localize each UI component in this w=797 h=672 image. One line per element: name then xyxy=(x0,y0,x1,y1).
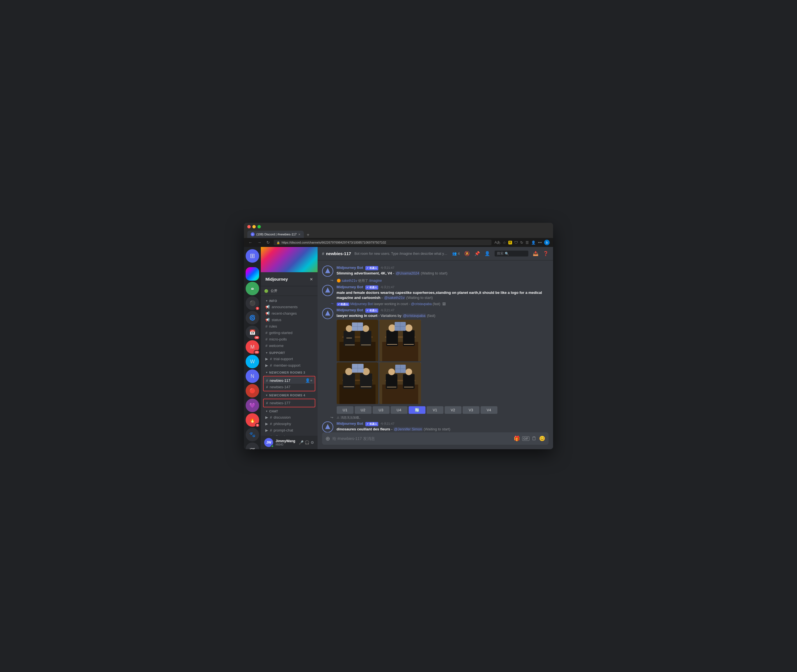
msg-badge-2: ✓ 机器人 xyxy=(365,285,378,290)
channel-rules[interactable]: # rules xyxy=(263,323,315,330)
channel-philosophy[interactable]: ▶ # philosophy xyxy=(263,421,315,427)
section-header-support[interactable]: ▼ SUPPORT xyxy=(261,350,317,356)
discord-home-button[interactable]: ⊞ xyxy=(246,249,259,263)
new-tab-button[interactable]: + xyxy=(305,232,311,237)
v1-button[interactable]: V1 xyxy=(427,406,443,414)
server-icon-ios[interactable]: iOS xyxy=(246,442,259,449)
settings-button[interactable]: ⚙ xyxy=(310,440,314,445)
v2-button[interactable]: V2 xyxy=(445,406,461,414)
server-icon-11[interactable]: 🔥 5 xyxy=(246,413,259,427)
refresh-button[interactable]: ↻ xyxy=(265,240,271,245)
channel-member-support[interactable]: ▶ # member-support xyxy=(263,362,315,369)
server-icon-8[interactable]: N xyxy=(246,370,259,383)
system-cmd-1[interactable]: /imagine xyxy=(369,279,382,283)
gift-icon[interactable]: 🎁 xyxy=(514,435,520,442)
server-icon-10[interactable]: 💜 xyxy=(246,398,259,412)
system-user-1[interactable]: saketh21v xyxy=(342,279,357,283)
add-member-header-icon[interactable]: 👤 xyxy=(485,251,490,256)
shield-icon[interactable]: 🛡 xyxy=(514,240,518,245)
msg-badge-3: ✓ 机器人 xyxy=(365,309,378,313)
add-content-button[interactable]: ⊕ xyxy=(325,432,330,445)
star-icon[interactable]: ☆ xyxy=(503,240,506,245)
server-icon-3[interactable]: ⚫ 1 xyxy=(246,296,259,310)
hash-icon-prompt: # xyxy=(270,428,272,432)
section-header-newcomer-3[interactable]: ▼ NEWCOMER ROOMS 3 xyxy=(261,370,317,375)
bot-avatar-1 xyxy=(322,266,333,277)
section-header-chat[interactable]: ▼ CHAT xyxy=(261,408,317,414)
channel-announcements[interactable]: 📢 announcements xyxy=(263,304,315,310)
channel-prompt-chat[interactable]: ▶ # prompt-chat xyxy=(263,427,315,434)
u2-button[interactable]: U2 xyxy=(355,406,371,414)
v4-button[interactable]: V4 xyxy=(480,406,498,414)
translate-icon[interactable]: Aあ xyxy=(495,240,501,245)
r-icon[interactable]: R xyxy=(508,241,512,245)
channel-description: Bot room for new users. Type /imagine th… xyxy=(354,252,449,256)
pin-icon[interactable]: 📌 xyxy=(474,251,480,256)
more-icon[interactable]: ••• xyxy=(538,240,542,245)
server-icon-9[interactable]: 🔴 xyxy=(246,384,259,398)
help-icon[interactable]: ❓ xyxy=(543,251,549,256)
server-sidebar: ⊞ 🏔 ⚫ 1 🌀 📅 58 M 21 xyxy=(244,247,261,449)
svg-point-46 xyxy=(405,368,412,375)
channel-micro-polls[interactable]: # micro-polls xyxy=(263,336,315,342)
v3-button[interactable]: V3 xyxy=(463,406,479,414)
mute-button[interactable]: 🎤 xyxy=(299,440,304,445)
inbox-icon[interactable]: 📥 xyxy=(533,251,538,256)
tab-close-button[interactable]: ✕ xyxy=(298,233,301,236)
sync-icon[interactable]: ↻ xyxy=(520,240,523,245)
grid-image-4 xyxy=(379,362,421,404)
channel-discussion[interactable]: ▶ # discussion xyxy=(263,414,315,421)
traffic-lights xyxy=(247,225,550,229)
sticker-icon[interactable]: 🗒 xyxy=(532,436,537,442)
channel-off-topic[interactable]: ▶ # off-topic xyxy=(263,434,315,436)
channel-newbies-147[interactable]: # newbies-147 xyxy=(264,384,314,390)
message-group-1: Midjourney Bot ✓ 机器人 今天21:47 Slimming ad… xyxy=(318,265,553,277)
back-button[interactable]: ← xyxy=(247,240,253,245)
add-member-icon[interactable]: 👤+ xyxy=(305,378,312,382)
reroll-button[interactable]: 🔄 xyxy=(409,406,426,414)
channel-name-discussion: discussion xyxy=(274,415,313,419)
u3-button[interactable]: U3 xyxy=(373,406,389,414)
channel-name-rules: rules xyxy=(269,324,313,328)
mute-channel-icon[interactable]: 🔕 xyxy=(464,251,470,256)
section-header-info[interactable]: ▼ INFO xyxy=(261,298,317,304)
server-icon-2[interactable]: 🏔 xyxy=(246,282,259,295)
extension-icon[interactable]: b xyxy=(544,240,550,245)
maximize-button[interactable] xyxy=(258,225,261,229)
close-button[interactable] xyxy=(247,225,251,229)
channel-newbies-177[interactable]: # newbies-177 xyxy=(264,400,314,406)
ref-mention[interactable]: @cristavpaba xyxy=(411,302,432,306)
forward-button[interactable]: → xyxy=(256,240,262,245)
section-header-newcomer-4[interactable]: ▼ NEWCOMER ROOMS 4 xyxy=(261,392,317,398)
server-badge-3: 1 xyxy=(255,306,260,310)
gif-icon[interactable]: GIF xyxy=(522,436,530,441)
ref-user[interactable]: Midjourney Bot xyxy=(350,302,373,306)
server-icon-midjourney[interactable] xyxy=(246,267,259,281)
channel-welcome[interactable]: # welcome xyxy=(263,342,315,349)
u4-button[interactable]: U4 xyxy=(390,406,408,414)
minimize-button[interactable] xyxy=(252,225,256,229)
message-input[interactable] xyxy=(333,433,512,444)
active-tab[interactable]: D (108) Discord | #newbies-117 ✕ xyxy=(247,230,304,238)
server-icon-6[interactable]: M 21 xyxy=(246,340,259,354)
channel-recent-changes[interactable]: 📢 recent-changes xyxy=(263,310,315,317)
channel-newbies-117[interactable]: # newbies-117 👤+ xyxy=(264,377,314,384)
emoji-icon[interactable]: 😊 xyxy=(539,435,545,442)
server-icon-12[interactable]: 🐾 xyxy=(246,428,259,442)
u1-button[interactable]: U1 xyxy=(337,406,354,414)
server-icon-4[interactable]: 🌀 xyxy=(246,311,259,325)
channel-trial-support[interactable]: ▶ # trial-support xyxy=(263,356,315,362)
channel-getting-started[interactable]: # getting-started xyxy=(263,330,315,336)
system-left-reply: ↪ xyxy=(322,302,333,305)
profile-icon[interactable]: 👤 xyxy=(531,240,536,245)
server-icon-5[interactable]: 📅 58 xyxy=(246,326,259,339)
channel-status[interactable]: 📢 status xyxy=(263,317,315,323)
search-box[interactable]: 搜索 🔍 xyxy=(495,251,528,256)
server-header[interactable]: Midjourney ✕ xyxy=(261,272,317,286)
address-bar-actions: Aあ ☆ R 🛡 ↻ ☰ 👤 ••• b xyxy=(495,240,550,245)
url-bar[interactable]: 🔒 https://discord.com/channels/662267976… xyxy=(274,240,491,245)
deafen-button[interactable]: 🎧 xyxy=(305,440,309,445)
reader-icon[interactable]: ☰ xyxy=(525,240,529,245)
message-group-2: Midjourney Bot ✓ 机器人 今天21:47 male and fe… xyxy=(318,284,553,301)
server-icon-7[interactable]: W xyxy=(246,355,259,368)
